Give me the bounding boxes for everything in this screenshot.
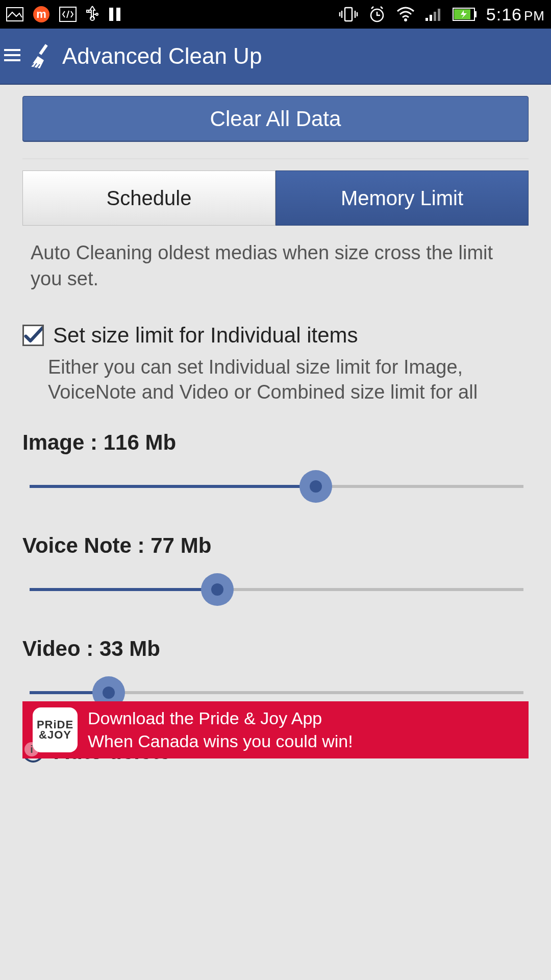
svg-rect-6 <box>345 8 352 21</box>
status-time: 5:16PM <box>486 5 545 24</box>
voicenote-limit-slider[interactable] <box>30 573 523 606</box>
individual-limit-description: Either you can set Individual size limit… <box>48 355 529 405</box>
app-title: Advanced Clean Up <box>62 43 262 69</box>
gallery-icon <box>6 7 23 21</box>
ad-info-icon[interactable]: i <box>24 742 39 756</box>
individual-limit-row[interactable]: Set size limit for Individual items <box>22 323 529 348</box>
video-limit-label: Video : 33 Mb <box>22 636 529 661</box>
m-app-icon: m <box>33 6 50 23</box>
voicenote-limit-label: Voice Note : 77 Mb <box>22 533 529 558</box>
alarm-icon <box>368 5 386 23</box>
svg-rect-9 <box>425 18 428 21</box>
ad-banner[interactable]: i PRiDE &JOY Download the Pride & Joy Ap… <box>22 701 529 758</box>
svg-rect-16 <box>4 49 20 51</box>
slider-thumb[interactable] <box>201 573 234 606</box>
battery-charging-icon <box>453 8 477 21</box>
video-limit-block: Video : 33 Mb <box>22 636 529 709</box>
svg-rect-18 <box>4 59 20 61</box>
individual-limit-checkbox[interactable] <box>22 325 44 346</box>
ad-text: Download the Pride & Joy App When Canada… <box>88 708 353 752</box>
voicenote-limit-block: Voice Note : 77 Mb <box>22 533 529 606</box>
tab-schedule[interactable]: Schedule <box>22 170 276 226</box>
svg-point-8 <box>404 18 407 21</box>
memory-limit-description: Auto Cleaning oldest medias when size cr… <box>31 240 520 292</box>
status-time-value: 5:16 <box>486 5 522 24</box>
code-icon <box>59 7 77 22</box>
status-right-icons: 5:16PM <box>338 5 545 24</box>
slider-fill <box>30 485 316 488</box>
broom-icon <box>24 41 53 71</box>
ad-text-line2: When Canada wins you could win! <box>88 731 353 752</box>
clear-all-data-label: Clear All Data <box>210 107 341 131</box>
ad-logo: PRiDE &JOY <box>33 707 78 752</box>
clear-all-data-button[interactable]: Clear All Data <box>22 96 529 142</box>
individual-limit-label: Set size limit for Individual items <box>53 323 358 348</box>
app-bar: Advanced Clean Up <box>0 29 551 85</box>
tab-schedule-label: Schedule <box>107 187 192 210</box>
svg-rect-5 <box>116 8 120 21</box>
tab-memory-limit[interactable]: Memory Limit <box>276 170 529 226</box>
slider-thumb[interactable] <box>299 470 332 503</box>
status-time-suffix: PM <box>524 8 545 23</box>
content-area: Clear All Data Schedule Memory Limit Aut… <box>0 85 551 764</box>
checkmark-icon <box>24 325 42 346</box>
vibrate-icon <box>338 6 359 23</box>
image-limit-block: Image : 116 Mb <box>22 430 529 503</box>
image-limit-slider[interactable] <box>30 470 523 503</box>
image-limit-label: Image : 116 Mb <box>22 430 529 455</box>
svg-rect-11 <box>434 12 436 21</box>
ad-logo-line2: &JOY <box>39 730 71 740</box>
svg-text:m: m <box>36 8 46 20</box>
svg-rect-17 <box>4 54 20 56</box>
divider <box>22 158 529 159</box>
ad-text-line1: Download the Pride & Joy App <box>88 708 353 729</box>
svg-rect-10 <box>430 15 432 21</box>
wifi-icon <box>395 6 416 22</box>
svg-rect-4 <box>109 8 113 21</box>
signal-icon <box>425 7 443 22</box>
slider-fill <box>30 588 217 591</box>
usb-icon <box>86 5 99 23</box>
menu-icon[interactable] <box>4 48 20 64</box>
pause-icon <box>108 7 121 22</box>
tab-memory-limit-label: Memory Limit <box>341 187 463 210</box>
tab-bar: Schedule Memory Limit <box>22 170 529 226</box>
svg-rect-14 <box>475 11 477 17</box>
android-status-bar: m 5:16PM <box>0 0 551 29</box>
svg-rect-19 <box>39 44 48 55</box>
status-left-icons: m <box>6 5 338 23</box>
svg-rect-12 <box>438 9 440 21</box>
